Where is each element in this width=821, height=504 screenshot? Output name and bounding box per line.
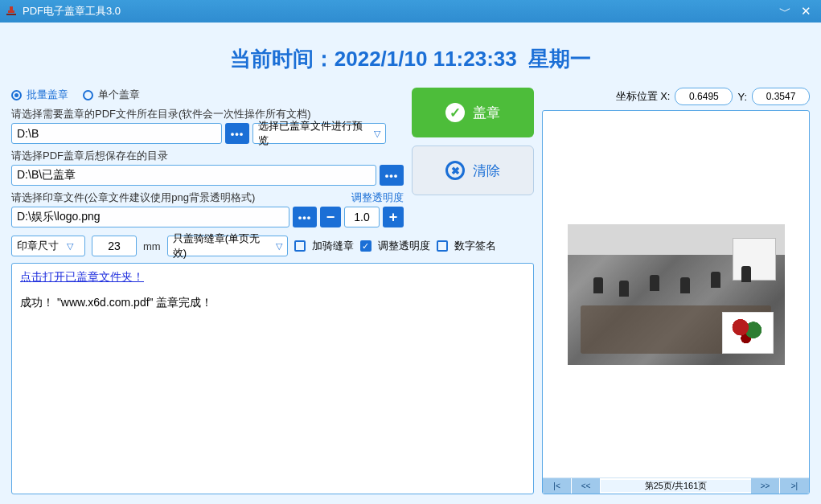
minimize-button[interactable]: ﹀	[774, 4, 795, 19]
titlebar: PDF电子盖章工具3.0 ﹀ ✕	[0, 0, 821, 23]
stampfile-label: 请选择印章文件(公章文件建议使用png背景透明格式) 调整透明度	[11, 191, 404, 205]
chevron-down-icon: ▽	[374, 129, 380, 139]
inputdir-browse-button[interactable]: •••	[225, 123, 249, 144]
main-row: 批量盖章 单个盖章 请选择需要盖章的PDF文件所在目录(软件会一次性操作所有文档…	[11, 88, 810, 494]
clear-button[interactable]: ✖ 清除	[412, 145, 534, 195]
cb-ride-seal[interactable]	[294, 240, 306, 252]
stamp-button[interactable]: ✓ 盖章	[412, 88, 534, 137]
preview-canvas[interactable]	[543, 111, 809, 477]
clear-x-icon: ✖	[445, 161, 465, 180]
clear-button-label: 清除	[473, 162, 500, 180]
cb-digital-sign-label[interactable]: 数字签名	[454, 239, 496, 253]
outputdir-label: 请选择PDF盖章后想保存在的目录	[11, 149, 404, 163]
opacity-minus-button[interactable]: −	[320, 207, 341, 227]
radio-batch-label[interactable]: 批量盖章	[27, 88, 68, 102]
cb-adjust-opacity[interactable]	[360, 240, 372, 252]
radio-single-label[interactable]: 单个盖章	[98, 88, 140, 102]
nav-next-button[interactable]: >>	[751, 478, 780, 494]
radio-single[interactable]	[83, 90, 93, 100]
mm-label: mm	[143, 240, 161, 252]
time-value: 2022/1/10 11:23:33	[335, 47, 517, 71]
radio-batch[interactable]	[11, 90, 22, 100]
stampfile-field[interactable]	[11, 207, 289, 227]
outputdir-field[interactable]	[11, 165, 376, 186]
log-line: 成功！ "www.x6d.com.pdf" 盖章完成！	[20, 296, 525, 310]
options-row: 印章尺寸▽ mm 只盖骑缝章(单页无效)▽ 加骑缝章 调整透明度 数字签名	[11, 236, 534, 256]
outputdir-browse-button[interactable]: •••	[380, 165, 404, 186]
action-column: ✓ 盖章 ✖ 清除	[412, 88, 534, 195]
stamp-overlay	[722, 312, 774, 354]
open-folder-link[interactable]: 点击打开已盖章文件夹！	[20, 270, 144, 283]
svg-rect-0	[10, 6, 13, 10]
right-column: 坐标位置 X: Y: |< <<	[542, 88, 810, 494]
nav-prev-button[interactable]: <<	[572, 478, 601, 494]
stampfile-browse-button[interactable]: •••	[293, 207, 317, 227]
preview-select-label: 选择已盖章文件进行预览	[258, 119, 366, 148]
svg-rect-1	[8, 10, 14, 13]
coord-y-label: Y:	[737, 91, 747, 103]
coord-row: 坐标位置 X: Y:	[542, 88, 810, 105]
opacity-plus-button[interactable]: +	[383, 207, 404, 227]
preview-document-image	[568, 224, 785, 365]
opacity-value[interactable]	[344, 207, 380, 227]
time-label: 当前时间：	[230, 47, 335, 71]
nav-last-button[interactable]: >|	[780, 478, 809, 494]
inputdir-field[interactable]	[11, 123, 222, 144]
nav-first-button[interactable]: |<	[543, 478, 572, 494]
ride-seal-select[interactable]: 只盖骑缝章(单页无效)▽	[167, 236, 288, 256]
log-output: 点击打开已盖章文件夹！ 成功！ "www.x6d.com.pdf" 盖章完成！	[11, 263, 534, 494]
coord-y-input[interactable]	[752, 88, 810, 105]
stamp-size-value[interactable]	[92, 236, 137, 256]
app-stamp-icon	[5, 5, 18, 18]
window-title: PDF电子盖章工具3.0	[23, 4, 774, 18]
cb-ride-seal-label[interactable]: 加骑缝章	[312, 239, 354, 253]
close-button[interactable]: ✕	[795, 4, 816, 18]
left-column: 批量盖章 单个盖章 请选择需要盖章的PDF文件所在目录(软件会一次性操作所有文档…	[11, 88, 534, 494]
page-navbar: |< << 第25页/共161页 >> >|	[543, 477, 809, 494]
content-area: 当前时间：2022/1/10 11:23:33 星期一 批量盖章 单个盖章 请选…	[0, 23, 821, 504]
chevron-down-icon: ▽	[276, 241, 282, 252]
time-weekday: 星期一	[528, 47, 591, 71]
nav-page-info: 第25页/共161页	[601, 480, 751, 492]
time-header: 当前时间：2022/1/10 11:23:33 星期一	[11, 45, 810, 73]
chevron-down-icon: ▽	[67, 241, 73, 252]
coord-x-input[interactable]	[675, 88, 733, 105]
check-icon: ✓	[445, 103, 465, 122]
cb-digital-sign[interactable]	[437, 240, 448, 252]
preview-select[interactable]: 选择已盖章文件进行预览 ▽	[252, 123, 386, 144]
coord-x-label: 坐标位置 X:	[616, 89, 671, 104]
mode-radio-row: 批量盖章 单个盖章	[11, 88, 404, 102]
adjust-opacity-link[interactable]: 调整透明度	[351, 191, 404, 205]
cb-adjust-opacity-label[interactable]: 调整透明度	[378, 239, 430, 253]
preview-panel: |< << 第25页/共161页 >> >|	[542, 110, 810, 494]
stamp-button-label: 盖章	[473, 104, 500, 122]
svg-rect-2	[6, 14, 16, 15]
stamp-size-select[interactable]: 印章尺寸▽	[11, 236, 85, 256]
